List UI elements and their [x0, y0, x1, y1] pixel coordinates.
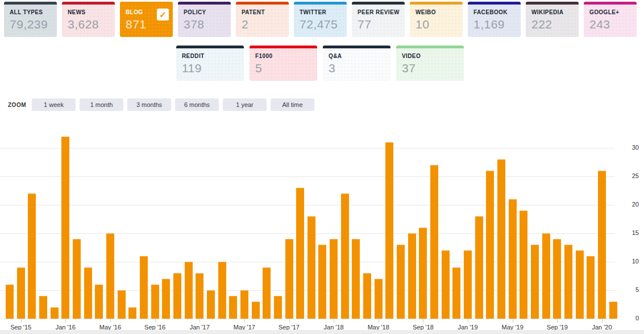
filter-card-video[interactable]: VIDEO37	[396, 46, 464, 81]
chart-bar[interactable]	[442, 250, 450, 319]
filter-card-count: 79,239	[10, 18, 52, 31]
filter-card-wikipedia[interactable]: WIKIPEDIA222	[526, 2, 579, 37]
filter-card-count: 37	[402, 61, 459, 75]
chart-bar[interactable]	[151, 284, 159, 319]
y-axis-label: 10	[617, 258, 639, 265]
chart-bar[interactable]	[509, 199, 517, 319]
chart-bar[interactable]	[531, 245, 539, 319]
chart-bar[interactable]	[397, 245, 405, 319]
filter-card-q-a[interactable]: Q&A3	[323, 46, 390, 81]
chart-bar[interactable]	[285, 239, 293, 319]
filter-card-count: 222	[531, 18, 574, 31]
chart-bar[interactable]	[6, 284, 14, 319]
filter-card-peer-review[interactable]: PEER REVIEW77	[352, 2, 405, 37]
filter-card-label: Q&A	[329, 53, 385, 59]
chart-bar[interactable]	[84, 267, 92, 319]
filter-card-label: TWITTER	[300, 9, 342, 15]
chart-bar[interactable]	[318, 245, 326, 319]
filter-card-label: VIDEO	[402, 53, 459, 59]
zoom-button-3-months[interactable]: 3 months	[127, 98, 171, 111]
x-axis-tick	[379, 319, 379, 323]
zoom-button-6-months[interactable]: 6 months	[175, 98, 219, 111]
chart-bar[interactable]	[252, 302, 260, 319]
filter-card-policy[interactable]: POLICY378	[178, 2, 231, 37]
horizontal-scrollbar[interactable]	[0, 330, 644, 334]
chart-bar[interactable]	[140, 256, 148, 319]
chart-bar[interactable]	[28, 193, 36, 319]
chart-bar[interactable]	[385, 142, 393, 319]
filter-card-facebook[interactable]: FACEBOOK1,169	[468, 2, 521, 37]
chart-bar[interactable]	[17, 267, 25, 319]
chart-bar[interactable]	[308, 216, 315, 319]
zoom-button-1-month[interactable]: 1 month	[80, 98, 123, 111]
x-axis-tick	[21, 319, 22, 323]
chart-bar[interactable]	[229, 296, 237, 319]
chart-bar[interactable]	[51, 307, 59, 319]
chart-bar[interactable]	[341, 193, 349, 319]
chart-bar[interactable]	[39, 296, 47, 319]
filter-card-twitter[interactable]: TWITTER72,475	[294, 2, 347, 37]
chart-bar[interactable]	[185, 262, 193, 319]
filter-card-count: 3,628	[68, 18, 110, 31]
zoom-button-group: 1 week1 month3 months6 months1 yearAll t…	[32, 98, 314, 111]
chart-bar[interactable]	[128, 307, 136, 319]
chart-bar[interactable]	[419, 228, 427, 319]
chart-bar[interactable]	[609, 302, 617, 319]
filter-card-label: PATENT	[242, 9, 284, 15]
chart-bar[interactable]	[106, 233, 114, 319]
chart-bar[interactable]	[173, 273, 181, 319]
chart-bar[interactable]	[296, 188, 304, 319]
chart-bar[interactable]	[118, 290, 126, 319]
x-axis-tick	[200, 319, 200, 323]
chart-bar[interactable]	[520, 211, 527, 319]
chart-bar[interactable]	[330, 239, 338, 319]
chart-bar[interactable]	[464, 250, 472, 319]
y-axis-label: 20	[617, 201, 639, 208]
filter-card-label: GOOGLE+	[589, 9, 631, 15]
chart-bar[interactable]	[598, 171, 606, 319]
filter-card-all-types[interactable]: ALL TYPES79,239	[4, 2, 57, 37]
filter-card-news[interactable]: NEWS3,628	[62, 2, 115, 37]
chart-bar[interactable]	[61, 137, 69, 319]
chart-bar[interactable]	[240, 290, 248, 319]
chart-bar[interactable]	[486, 171, 494, 319]
x-axis-tick	[513, 319, 513, 323]
x-axis-tick	[468, 319, 468, 323]
chart-bar[interactable]	[375, 279, 383, 319]
filter-card-reddit[interactable]: REDDIT119	[176, 46, 244, 81]
chart-bar[interactable]	[587, 256, 595, 319]
chart-bar[interactable]	[430, 165, 438, 319]
filter-card-count: 119	[182, 61, 239, 75]
chart-bar[interactable]	[274, 296, 282, 319]
zoom-button-1-year[interactable]: 1 year	[223, 98, 267, 111]
chart-bar[interactable]	[263, 267, 271, 319]
checkbox-checked-icon[interactable]: ✓	[157, 9, 169, 20]
filter-card-f1000[interactable]: F10005	[250, 46, 317, 81]
chart-bar[interactable]	[95, 284, 103, 319]
filter-card-google-[interactable]: GOOGLE+243	[584, 2, 637, 37]
filter-card-patent[interactable]: PATENT2	[236, 2, 289, 37]
chart-bar[interactable]	[452, 267, 460, 319]
chart-bar[interactable]	[207, 290, 215, 319]
chart-bar[interactable]	[564, 245, 572, 319]
chart-bar[interactable]	[542, 233, 550, 319]
chart-bar[interactable]	[553, 239, 561, 319]
chart-bar[interactable]	[363, 273, 371, 319]
chart-bar[interactable]	[352, 239, 360, 319]
filter-card-weibo[interactable]: WEIBO10	[410, 2, 463, 37]
chart-bar[interactable]	[576, 250, 584, 319]
chart-bar[interactable]	[475, 216, 483, 319]
zoom-label: ZOOM	[8, 102, 26, 108]
chart-bar[interactable]	[218, 262, 226, 319]
filter-card-blog[interactable]: BLOG871✓	[120, 2, 173, 37]
zoom-button-all-time[interactable]: All time	[271, 98, 314, 111]
filter-cards-row-1: ALL TYPES79,239NEWS3,628BLOG871✓POLICY37…	[4, 2, 637, 37]
chart-bar[interactable]	[408, 233, 416, 319]
x-axis-tick	[557, 319, 558, 323]
chart-bar[interactable]	[162, 279, 170, 319]
zoom-button-1-week[interactable]: 1 week	[32, 98, 76, 111]
filter-card-count: 378	[184, 18, 226, 31]
chart-bar[interactable]	[497, 159, 505, 319]
chart-bar[interactable]	[196, 273, 203, 319]
chart-bar[interactable]	[73, 239, 81, 319]
